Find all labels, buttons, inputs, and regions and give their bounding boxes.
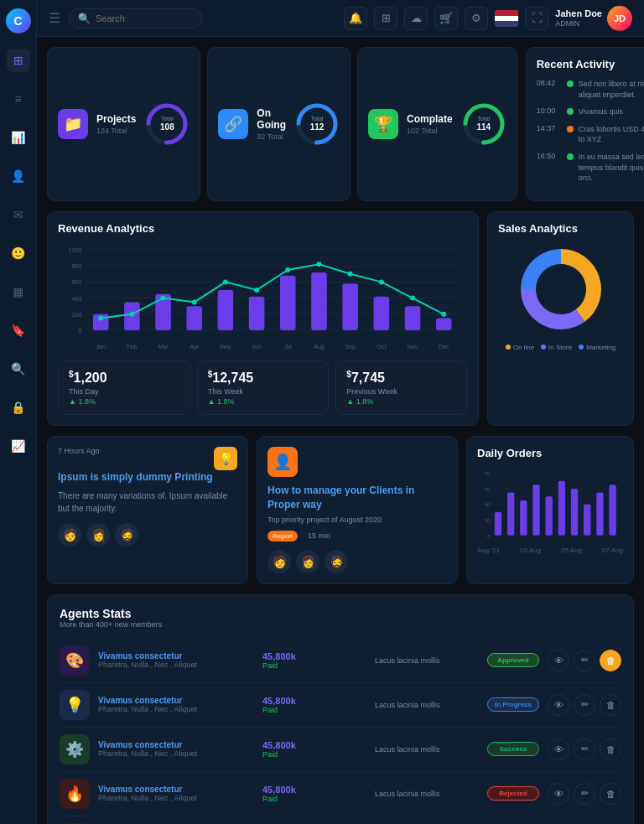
notif-title: Ipsum is simply dummy Printing [58,470,237,485]
svg-point-43 [129,312,134,317]
agent-delete-btn[interactable]: 🗑 [600,783,621,805]
agent-amount: 45,800k Paid [262,696,366,714]
agent-avatar: ⚙️ [60,734,90,764]
svg-point-45 [192,299,197,304]
user-info[interactable]: Jahen Doe ADMIN JD [555,6,632,31]
notification-icon[interactable]: 🔔 [344,7,367,30]
flag-icon[interactable] [495,10,518,27]
svg-text:May: May [220,344,231,350]
rev-stat-card: $12,745 This Week ▲ 1.8% [197,360,330,415]
sidebar-item-lock[interactable]: 🔒 [7,396,30,419]
avatar: 🧑 [267,550,291,573]
sidebar: C ⊞ ≡ 📊 👤 ✉ 🙂 ▦ 🔖 🔍 🔒 📈 [0,0,37,824]
agent-delete-btn[interactable]: 🗑 [600,738,621,760]
svg-text:Aug: Aug [314,344,325,350]
rev-stat-label: This Day [69,387,179,396]
svg-rect-40 [436,318,452,329]
stat-icon: 🔗 [218,109,248,139]
svg-rect-73 [609,485,615,535]
agent-amount-val: 45,800k [262,696,366,706]
daily-orders: Daily Orders 806040200 Aug '2103 Aug05 A… [466,436,634,584]
agent-view-btn[interactable]: 👁 [548,694,569,716]
agent-amount-label: Paid [262,750,366,759]
agent-info: Vivamus consectetur Pharetra, Nulla , Ne… [98,785,254,802]
sidebar-item-mail[interactable]: ✉ [7,203,30,226]
sales-analytics: Sales Analytics On lineIn StoreMarketing [487,211,634,426]
donut-legend: On lineIn StoreMarketing [498,344,623,351]
agent-edit-btn[interactable]: ✏ [574,694,595,716]
stat-donut-label: Total 108 [160,115,174,133]
app-logo[interactable]: C [6,8,31,34]
svg-text:200: 200 [72,312,82,318]
stat-info: On Going 32 Total [257,107,286,141]
donut-chart [498,243,623,335]
notif-icon[interactable]: 💡 [214,447,237,470]
search-box[interactable]: 🔍 [69,8,203,29]
svg-rect-71 [584,505,590,536]
stat-icon: 📁 [58,109,88,139]
grid-icon[interactable]: ⊞ [374,7,397,30]
menu-icon[interactable]: ☰ [49,10,60,26]
status-badge: Success [487,742,539,756]
orders-x-label: 07 Aug [602,547,623,554]
revenue-chart: 10008006004002000JanFebMarAprMayJunJulAu… [58,243,468,352]
agent-actions: 👁 ✏ 🗑 [548,738,621,760]
activity-time: 10:00 [537,106,562,115]
stat-info: Projects 124 Total [96,113,136,135]
settings-icon[interactable]: ⚙ [465,7,488,30]
svg-rect-26 [218,290,234,330]
sidebar-item-grid[interactable]: ⊞ [7,49,30,72]
stat-donut: Total 112 [294,101,340,147]
activity-item: 14:37 Cras lobortis USD 412, to XYZ [537,124,644,145]
agent-edit-btn[interactable]: ✏ [574,650,595,671]
svg-rect-28 [249,296,265,329]
svg-text:60: 60 [485,487,490,492]
agent-delete-btn[interactable]: 🗑 [600,650,621,671]
task-icon[interactable]: 👤 [267,447,298,477]
stat-donut-label: Total 114 [476,115,491,133]
sidebar-item-search[interactable]: 🔍 [7,357,30,381]
svg-text:1000: 1000 [69,247,82,253]
svg-rect-64 [495,512,501,536]
sidebar-item-bar[interactable]: ▦ [7,280,30,303]
activity-dot [567,108,574,115]
svg-rect-32 [311,272,327,330]
sidebar-item-profile[interactable]: 🙂 [7,241,30,265]
svg-point-47 [254,288,259,293]
cart-icon[interactable]: 🛒 [434,7,458,30]
sidebar-item-chart[interactable]: 📊 [7,126,30,149]
sidebar-item-bookmark[interactable]: 🔖 [7,319,30,342]
agent-avatar: 🎨 [60,645,90,676]
stat-card: 🔗 On Going 32 Total Total 112 [207,47,351,201]
agent-edit-btn[interactable]: ✏ [574,738,595,760]
avatar[interactable]: JD [607,6,632,31]
user-text: Jahen Doe ADMIN [555,8,602,29]
sidebar-item-list[interactable]: ≡ [7,87,30,111]
agent-view-btn[interactable]: 👁 [548,783,569,805]
sidebar-item-graph[interactable]: 📈 [7,434,30,458]
expand-icon[interactable]: ⛶ [525,7,548,30]
svg-text:400: 400 [72,295,82,301]
legend-item: In Store [541,344,572,351]
agent-delete-btn[interactable]: 🗑 [600,694,621,716]
svg-text:0: 0 [487,534,490,539]
agent-view-btn[interactable]: 👁 [548,738,569,760]
agent-info: Vivamus consectetur Pharetra, Nulla , Ne… [98,696,254,713]
cloud-icon[interactable]: ☁ [404,7,428,30]
agent-amount: 45,800k Paid [262,651,366,670]
orders-x-labels: Aug '2103 Aug05 Aug07 Aug [477,547,623,554]
activity-time: 14:37 [537,124,562,132]
activity-list: 08:42 Sed non libero at risus aliquet im… [537,79,644,184]
svg-text:Mar: Mar [158,344,169,350]
agent-view-btn[interactable]: 👁 [548,650,569,671]
rev-stat-amount: $7,745 [346,370,457,386]
sales-title: Sales Analytics [498,222,623,235]
agent-edit-btn[interactable]: ✏ [574,783,595,805]
activity-dot [567,80,574,87]
stat-label: Complate [407,113,453,125]
middle-row: Revenue Analytics 10008006004002000JanFe… [47,211,634,426]
user-name: Jahen Doe [555,8,602,19]
rev-stat-change: ▲ 1.8% [346,397,457,406]
sidebar-item-user[interactable]: 👤 [7,164,30,188]
search-input[interactable] [96,13,194,23]
